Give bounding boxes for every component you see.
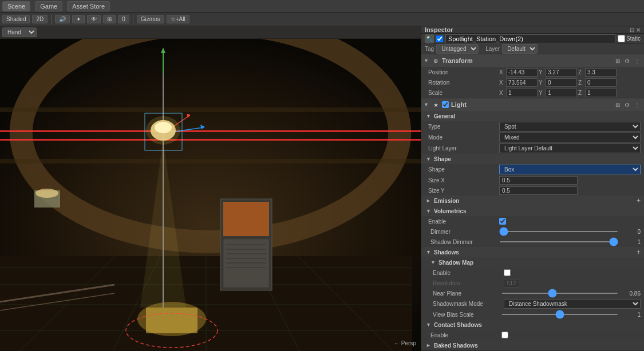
emission-add-btn[interactable]: + [637,197,641,205]
transform-component: ▼ ⊕ Transform ⊞ ⚙ ⋮ Position X [421,54,644,98]
inspector-maximize-icon[interactable]: ⊡ ✕ [630,27,641,33]
baked-shadows-header[interactable]: ► Baked Shadows [421,340,644,350]
scale-label: Scale [428,90,497,96]
toolbar-separator-1 [51,15,52,24]
size-y-label: Size Y [428,188,497,194]
shadow-dimmer-slider[interactable] [499,241,618,242]
position-x-field[interactable] [506,68,538,77]
z-coord-label: Z [578,69,584,75]
mode-row: Mode Mixed [421,132,644,143]
type-dropdown[interactable]: Spot [499,122,641,131]
transform-title: Transform [442,57,611,64]
vol-enable-checkbox[interactable] [499,218,506,225]
tab-asset-store[interactable]: Asset Store [67,1,110,11]
sm-enable-checkbox[interactable] [504,269,511,276]
2d-button[interactable]: 2D [32,15,48,23]
audio-button[interactable]: 🔊 [55,15,70,23]
rotation-y-group: Y [539,78,577,87]
size-x-label: Size X [428,177,497,184]
shadow-map-header[interactable]: ▼ Shadow Map [421,257,644,268]
ry-label: Y [539,79,544,86]
position-z-field[interactable] [585,68,617,77]
shadows-add-btn[interactable]: + [637,248,641,256]
gizmos-dropdown[interactable]: Gizmos [137,15,164,23]
shadowmask-dropdown[interactable]: Distance Shadowmask [504,299,641,309]
vol-enable-label: Enable [428,218,497,225]
view-bias-label: View Bias Scale [433,312,499,318]
view-bias-slider[interactable] [501,314,618,315]
scene-vis-button[interactable]: 👁 [87,15,101,23]
light-settings-btn[interactable]: ⚙ [623,102,631,108]
object-name-field[interactable] [445,34,615,43]
tab-scene[interactable]: Scene [2,1,30,11]
y-coord-label: Y [539,69,544,75]
layer-dropdown[interactable]: Default [502,44,538,54]
shadows-header[interactable]: ▼ Shadows + [421,247,644,257]
mode-dropdown[interactable]: Mixed [499,133,641,142]
scale-z-group: Z [578,89,617,97]
position-row: Position X Y Z [421,67,644,77]
light-enabled-checkbox[interactable] [442,101,449,108]
general-header[interactable]: ▼ General [421,111,644,121]
volumetrics-header[interactable]: ▼ Volumetrics [421,206,644,216]
scene-content [0,39,421,351]
static-checkbox[interactable] [618,35,625,42]
resolution-value: 512 [504,279,519,288]
contact-shadows-toggle-icon: ▼ [426,322,432,328]
shape-header[interactable]: ▼ Shape [421,154,644,164]
tag-dropdown[interactable]: Untagged [436,44,479,54]
rotation-label: Rotation [428,79,497,86]
position-y-field[interactable] [546,68,577,77]
dimmer-slider[interactable] [499,231,618,232]
size-x-field[interactable] [499,176,578,185]
scale-x-field[interactable] [506,89,538,97]
transform-header[interactable]: ▼ ⊕ Transform ⊞ ⚙ ⋮ [421,54,644,67]
contact-shadows-header[interactable]: ▼ Contact Shadows [421,320,644,330]
svg-rect-27 [146,308,197,333]
sy-label: Y [539,90,544,96]
vol-enable-row: Enable [421,216,644,226]
transform-more-btn[interactable]: ⋮ [633,58,642,64]
transform-tool[interactable]: HandMoveRotate [2,27,37,37]
cs-enable-checkbox[interactable] [501,332,508,338]
x-coord-label: X [499,69,505,75]
sm-enable-row: Enable [421,268,644,278]
tab-game[interactable]: Game [35,1,62,11]
dimmer-value: 0 [621,229,641,235]
toolbar-separator-2 [133,15,133,24]
light-header[interactable]: ▼ ★ Light ⊞ ⚙ ⋮ [421,98,644,111]
search-field[interactable]: ☆+All [167,15,189,23]
shape-dropdown[interactable]: Box [499,165,641,174]
rotation-x-field[interactable] [506,78,538,87]
scene-view[interactable]: HandMoveRotate Y X Z [0,26,421,351]
light-layer-dropdown[interactable]: Light Layer Default [499,143,641,153]
light-menu-btn[interactable]: ⊞ [614,102,622,108]
shape-value: Box [499,165,641,174]
object-active-checkbox[interactable] [436,35,443,42]
scale-z-field[interactable] [585,89,617,97]
shadows-title: Shadows [434,249,634,256]
near-plane-value: 0.86 [621,290,641,297]
transform-settings-btn[interactable]: ⚙ [623,58,631,64]
fx-button[interactable]: ✦ [72,15,85,23]
near-plane-slider[interactable] [501,293,618,294]
emission-header[interactable]: ► Emission + [421,196,644,206]
svg-rect-14 [0,139,421,141]
position-value: X Y Z [499,68,641,77]
shadowmask-row: Shadowmask Mode Distance Shadowmask [421,298,644,309]
rotation-y-field[interactable] [546,78,577,87]
rotation-z-field[interactable] [585,78,617,87]
size-y-field[interactable] [499,186,578,195]
rotation-x-group: X [499,78,538,87]
light-more-btn[interactable]: ⋮ [633,102,642,108]
resolution-label: Resolution [433,280,501,286]
perspective-label: ← Persp [394,340,416,346]
layers-count[interactable]: 0 [118,15,129,23]
rz-label: Z [578,79,584,86]
scale-y-field[interactable] [546,89,577,97]
transform-menu-btn[interactable]: ⊞ [614,58,622,64]
shading-dropdown[interactable]: Shaded [2,15,30,23]
contact-shadows-title: Contact Shadows [434,322,641,328]
layers-button[interactable]: ⊞ [103,15,116,23]
emission-title: Emission [434,198,634,204]
